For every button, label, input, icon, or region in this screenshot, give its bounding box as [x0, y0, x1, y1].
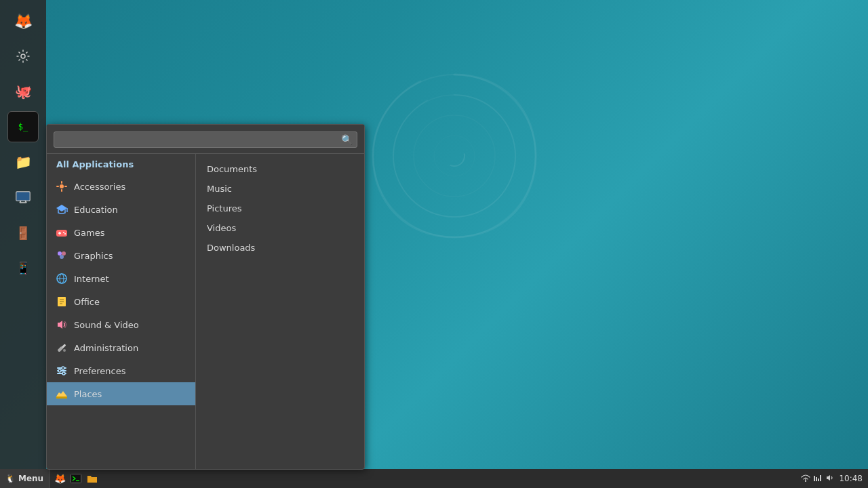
taskbar-firefox-icon[interactable]: 🦊: [52, 471, 67, 486]
menu-item-internet[interactable]: Internet: [47, 267, 195, 290]
network2-icon[interactable]: [813, 473, 823, 485]
games-label: Games: [74, 228, 104, 238]
network-icon[interactable]: [801, 473, 810, 485]
education-icon: [55, 203, 68, 216]
videos-label: Videos: [207, 223, 236, 233]
search-bar: 🔍: [47, 125, 364, 154]
svg-rect-47: [814, 476, 815, 481]
svg-point-21: [63, 232, 64, 233]
accessories-label: Accessories: [74, 182, 125, 192]
games-icon: [55, 226, 68, 239]
dock-logout[interactable]: 🚪: [7, 217, 39, 248]
taskbar-files-icon[interactable]: [85, 471, 100, 486]
svg-marker-33: [58, 321, 62, 329]
taskbar-quick-launch: 🦊: [50, 471, 102, 486]
svg-rect-15: [64, 186, 67, 187]
clock-display[interactable]: 10:48: [839, 474, 863, 483]
taskbar-terminal-icon[interactable]: [68, 471, 83, 486]
taskbar-menu-button[interactable]: 🐧 Menu: [0, 469, 50, 488]
sound-video-icon: [55, 318, 68, 331]
taskbar-menu-label: Menu: [18, 474, 43, 483]
downloads-label: Downloads: [207, 243, 255, 253]
svg-point-40: [62, 367, 64, 369]
dock-files[interactable]: 📁: [7, 146, 39, 178]
documents-label: Documents: [207, 164, 257, 174]
menu-item-preferences[interactable]: Preferences: [47, 359, 195, 382]
svg-point-1: [393, 95, 515, 217]
graphics-icon: [55, 249, 68, 262]
menu-item-education[interactable]: Education: [47, 198, 195, 221]
dock-app3[interactable]: 🐙: [7, 76, 39, 107]
dock-settings[interactable]: [7, 41, 39, 72]
svg-point-36: [63, 349, 66, 352]
svg-rect-50: [820, 475, 821, 481]
places-label: Places: [74, 389, 102, 399]
menu-item-games[interactable]: Games: [47, 221, 195, 244]
menu-content: All Applications Accessories: [47, 154, 364, 469]
preferences-icon: [55, 364, 68, 378]
right-item-downloads[interactable]: Downloads: [196, 238, 364, 258]
right-item-documents[interactable]: Documents: [196, 159, 364, 179]
internet-icon: [55, 272, 68, 285]
menu-item-sound-video[interactable]: Sound & Video: [47, 313, 195, 336]
dock-display[interactable]: [7, 182, 39, 213]
accessories-icon: [55, 180, 68, 193]
left-panel: All Applications Accessories: [47, 154, 196, 469]
svg-rect-14: [56, 186, 59, 187]
menu-item-office[interactable]: Office: [47, 290, 195, 313]
sound-video-label: Sound & Video: [74, 320, 139, 330]
right-panel: Documents Music Pictures Videos Download…: [196, 154, 364, 469]
svg-point-4: [444, 146, 465, 166]
right-item-videos[interactable]: Videos: [196, 218, 364, 238]
right-item-pictures[interactable]: Pictures: [196, 199, 364, 218]
svg-rect-13: [61, 189, 62, 192]
app-menu: 🔍 All Applications: [46, 124, 365, 470]
svg-point-25: [60, 255, 64, 259]
svg-rect-48: [816, 477, 817, 481]
svg-point-5: [21, 54, 25, 58]
dock: 🦊 🐙 $_ 📁 🚪 📱: [0, 0, 46, 469]
administration-label: Administration: [74, 343, 138, 353]
preferences-label: Preferences: [74, 366, 125, 376]
svg-rect-49: [818, 479, 819, 481]
search-input[interactable]: [58, 135, 341, 145]
menu-item-places[interactable]: Places: [47, 382, 195, 405]
svg-point-24: [62, 251, 66, 256]
svg-point-3: [434, 136, 475, 176]
dock-firefox[interactable]: 🦊: [7, 5, 39, 37]
svg-rect-43: [56, 396, 67, 399]
administration-icon: [55, 341, 68, 354]
education-label: Education: [74, 205, 118, 215]
menu-item-accessories[interactable]: Accessories: [47, 175, 195, 198]
pictures-label: Pictures: [207, 203, 241, 214]
svg-point-11: [60, 184, 64, 188]
svg-point-2: [414, 115, 495, 197]
debian-swirl-decoration: [353, 54, 556, 258]
graphics-label: Graphics: [74, 251, 113, 261]
taskbar-right-area: 10:48: [795, 473, 868, 485]
menu-item-all-apps[interactable]: All Applications: [47, 154, 195, 175]
dock-terminal[interactable]: $_: [7, 111, 39, 142]
right-item-music[interactable]: Music: [196, 179, 364, 199]
svg-point-41: [58, 369, 61, 372]
dock-media[interactable]: 📱: [7, 252, 39, 283]
office-label: Office: [74, 297, 100, 307]
svg-point-42: [62, 372, 65, 375]
svg-point-46: [805, 481, 806, 482]
menu-item-graphics[interactable]: Graphics: [47, 244, 195, 267]
music-label: Music: [207, 184, 232, 194]
taskbar-menu-icon: 🐧: [5, 474, 16, 483]
svg-point-22: [64, 233, 66, 235]
svg-rect-7: [17, 192, 30, 201]
menu-item-administration[interactable]: Administration: [47, 336, 195, 359]
svg-rect-12: [61, 181, 62, 184]
places-icon: [55, 387, 68, 401]
volume-icon[interactable]: [825, 473, 835, 485]
search-input-wrap[interactable]: 🔍: [54, 131, 357, 148]
svg-point-23: [58, 251, 62, 256]
svg-rect-18: [56, 230, 67, 237]
taskbar: 🐧 Menu 🦊: [0, 469, 868, 488]
system-tray: [801, 473, 835, 485]
search-icon: 🔍: [341, 134, 353, 145]
office-icon: [55, 295, 68, 308]
